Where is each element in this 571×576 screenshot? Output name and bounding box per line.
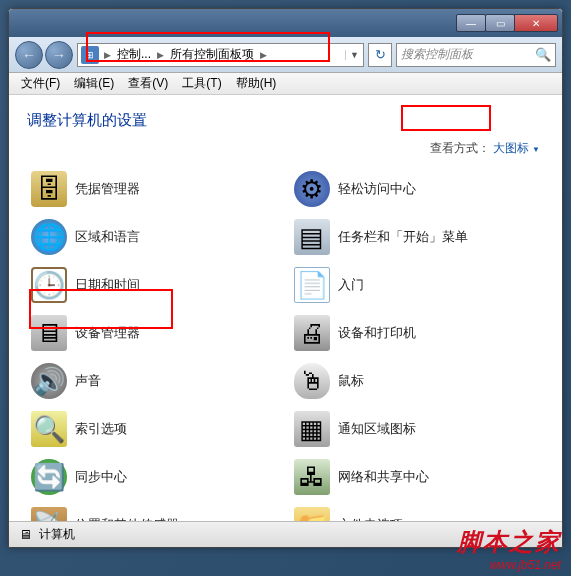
back-button[interactable]: ← — [15, 41, 43, 69]
item-label: 设备管理器 — [75, 324, 140, 342]
items-grid: 🗄凭据管理器⚙轻松访问中心🌐区域和语言▤任务栏和「开始」菜单🕒日期和时间📄入门🖥… — [27, 165, 544, 521]
view-mode-row: 查看方式： 大图标▼ — [27, 140, 544, 157]
item-icon: ▤ — [294, 219, 330, 255]
breadcrumb-root[interactable]: 控制... — [113, 46, 155, 63]
menubar: 文件(F) 编辑(E) 查看(V) 工具(T) 帮助(H) — [9, 73, 562, 95]
address-dropdown[interactable]: ▼ — [345, 50, 363, 60]
view-label: 查看方式： — [430, 141, 490, 155]
menu-help[interactable]: 帮助(H) — [230, 73, 283, 94]
item-label: 索引选项 — [75, 420, 127, 438]
cp-item-日期和时间[interactable]: 🕒日期和时间 — [27, 261, 282, 309]
search-icon[interactable]: 🔍 — [535, 47, 551, 62]
item-icon: 🌐 — [31, 219, 67, 255]
item-icon: 🖧 — [294, 459, 330, 495]
page-title: 调整计算机的设置 — [27, 111, 544, 130]
item-icon: ▦ — [294, 411, 330, 447]
cp-item-区域和语言[interactable]: 🌐区域和语言 — [27, 213, 282, 261]
cp-item-鼠标[interactable]: 🖱鼠标 — [290, 357, 545, 405]
item-icon: 🖥 — [31, 315, 67, 351]
item-label: 网络和共享中心 — [338, 468, 429, 486]
view-mode-dropdown[interactable]: 大图标▼ — [493, 141, 540, 155]
control-panel-window: — ▭ ✕ ← → ⊞ ▶ 控制... ▶ 所有控制面板项 ▶ ▼ ↻ 搜索控制… — [8, 8, 563, 548]
cp-item-索引选项[interactable]: 🔍索引选项 — [27, 405, 282, 453]
cp-item-通知区域图标[interactable]: ▦通知区域图标 — [290, 405, 545, 453]
item-icon: 🔄 — [31, 459, 67, 495]
item-icon: 📁 — [294, 507, 330, 521]
item-icon: 🔍 — [31, 411, 67, 447]
item-icon: 🖱 — [294, 363, 330, 399]
close-button[interactable]: ✕ — [514, 14, 558, 32]
breadcrumb-current[interactable]: 所有控制面板项 — [166, 46, 258, 63]
titlebar: — ▭ ✕ — [9, 9, 562, 37]
item-label: 入门 — [338, 276, 364, 294]
refresh-button[interactable]: ↻ — [368, 43, 392, 67]
search-placeholder: 搜索控制面板 — [401, 46, 473, 63]
content-area: 调整计算机的设置 查看方式： 大图标▼ 🗄凭据管理器⚙轻松访问中心🌐区域和语言▤… — [9, 95, 562, 521]
chevron-down-icon: ▼ — [532, 145, 540, 154]
cp-item-设备和打印机[interactable]: 🖨设备和打印机 — [290, 309, 545, 357]
menu-edit[interactable]: 编辑(E) — [68, 73, 120, 94]
item-label: 同步中心 — [75, 468, 127, 486]
cp-item-网络和共享中心[interactable]: 🖧网络和共享中心 — [290, 453, 545, 501]
cp-item-文件夹选项[interactable]: 📁文件夹选项 — [290, 501, 545, 521]
cp-item-位置和其他传感器[interactable]: 📡位置和其他传感器 — [27, 501, 282, 521]
item-label: 鼠标 — [338, 372, 364, 390]
item-label: 声音 — [75, 372, 101, 390]
menu-file[interactable]: 文件(F) — [15, 73, 66, 94]
cp-item-轻松访问中心[interactable]: ⚙轻松访问中心 — [290, 165, 545, 213]
chevron-right-icon: ▶ — [102, 50, 113, 60]
cp-item-同步中心[interactable]: 🔄同步中心 — [27, 453, 282, 501]
control-panel-icon: ⊞ — [81, 46, 99, 64]
watermark: 脚本之家 www.jb51.net — [457, 526, 561, 572]
item-label: 轻松访问中心 — [338, 180, 416, 198]
address-bar[interactable]: ⊞ ▶ 控制... ▶ 所有控制面板项 ▶ ▼ — [77, 43, 364, 67]
cp-item-凭据管理器[interactable]: 🗄凭据管理器 — [27, 165, 282, 213]
item-label: 设备和打印机 — [338, 324, 416, 342]
item-icon: 🖨 — [294, 315, 330, 351]
cp-item-任务栏和「开始」菜单[interactable]: ▤任务栏和「开始」菜单 — [290, 213, 545, 261]
nav-row: ← → ⊞ ▶ 控制... ▶ 所有控制面板项 ▶ ▼ ↻ 搜索控制面板 🔍 — [9, 37, 562, 73]
chevron-right-icon: ▶ — [258, 50, 269, 60]
menu-view[interactable]: 查看(V) — [122, 73, 174, 94]
status-text: 计算机 — [39, 526, 75, 543]
chevron-right-icon: ▶ — [155, 50, 166, 60]
item-icon: ⚙ — [294, 171, 330, 207]
item-label: 日期和时间 — [75, 276, 140, 294]
computer-icon: 🖥 — [17, 527, 33, 543]
item-icon: 🕒 — [31, 267, 67, 303]
nav-buttons: ← → — [15, 41, 73, 69]
item-label: 凭据管理器 — [75, 180, 140, 198]
cp-item-声音[interactable]: 🔊声音 — [27, 357, 282, 405]
minimize-button[interactable]: — — [456, 14, 486, 32]
item-icon: 🗄 — [31, 171, 67, 207]
item-icon: 📄 — [294, 267, 330, 303]
item-icon: 🔊 — [31, 363, 67, 399]
search-input[interactable]: 搜索控制面板 🔍 — [396, 43, 556, 67]
cp-item-设备管理器[interactable]: 🖥设备管理器 — [27, 309, 282, 357]
item-icon: 📡 — [31, 507, 67, 521]
item-label: 任务栏和「开始」菜单 — [338, 228, 468, 246]
item-label: 区域和语言 — [75, 228, 140, 246]
menu-tools[interactable]: 工具(T) — [176, 73, 227, 94]
item-label: 通知区域图标 — [338, 420, 416, 438]
maximize-button[interactable]: ▭ — [485, 14, 515, 32]
cp-item-入门[interactable]: 📄入门 — [290, 261, 545, 309]
forward-button[interactable]: → — [45, 41, 73, 69]
